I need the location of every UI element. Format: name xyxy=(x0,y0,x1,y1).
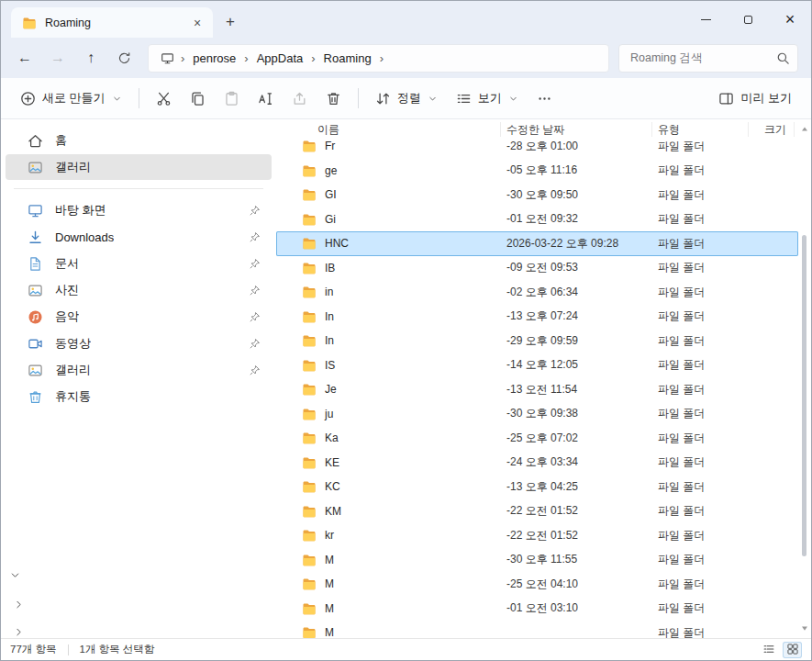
folder-icon xyxy=(302,236,317,251)
file-row[interactable]: M파일 폴더 xyxy=(276,621,798,638)
sidebar-item-recycle-bin[interactable]: 휴지통 xyxy=(6,384,272,409)
tab-title: Roaming xyxy=(45,17,181,29)
column-header-modified[interactable]: 수정한 날짜 xyxy=(501,122,652,137)
file-row[interactable]: KC-13 오후 04:25파일 폴더 xyxy=(276,475,798,499)
file-row[interactable]: Fr-28 오후 01:00파일 폴더 xyxy=(276,140,798,159)
column-header-size[interactable]: 크기 xyxy=(749,122,795,137)
breadcrumb-item-appdata[interactable]: AppData xyxy=(250,49,311,68)
scroll-down-icon[interactable] xyxy=(799,622,810,633)
pin-icon xyxy=(249,364,261,376)
sidebar-item-home[interactable]: 홈 xyxy=(6,128,272,153)
file-modified-date: -22 오전 01:52 xyxy=(501,528,652,543)
file-row[interactable]: KE-24 오후 03:34파일 폴더 xyxy=(276,451,798,476)
file-name: Fr xyxy=(325,140,335,152)
sidebar: 홈갤러리바탕 화면Downloads문서사진음악동영상갤러리휴지통 xyxy=(1,119,276,638)
minimize-button[interactable] xyxy=(684,1,727,38)
file-row[interactable]: M-25 오전 04:10파일 폴더 xyxy=(276,572,798,597)
file-row[interactable]: IS-14 오후 12:05파일 폴더 xyxy=(276,353,798,378)
cut-button[interactable] xyxy=(148,83,180,114)
file-row[interactable]: KM-22 오전 01:52파일 폴더 xyxy=(276,499,798,524)
file-row[interactable]: M-01 오전 03:10파일 폴더 xyxy=(276,597,798,622)
refresh-button[interactable] xyxy=(107,42,140,73)
video-icon xyxy=(28,336,43,352)
file-row[interactable]: ju-30 오후 09:38파일 폴더 xyxy=(276,402,798,427)
file-row[interactable]: In-13 오후 07:24파일 폴더 xyxy=(276,305,798,330)
back-button[interactable]: ← xyxy=(8,42,41,73)
sidebar-item-music[interactable]: 음악 xyxy=(6,304,272,330)
copy-button[interactable] xyxy=(182,83,214,114)
paste-button[interactable] xyxy=(216,83,248,114)
tab-roaming[interactable]: Roaming × xyxy=(11,7,213,38)
new-tab-button[interactable]: + xyxy=(217,8,244,36)
folder-icon xyxy=(302,309,317,324)
details-view-button[interactable] xyxy=(759,642,778,658)
column-header-type[interactable]: 유형 xyxy=(652,122,749,137)
large-icons-view-button[interactable] xyxy=(783,642,802,658)
command-toolbar: 새로 만들기 정렬 보기 미리 보기 xyxy=(1,78,811,119)
large-icons-view-icon xyxy=(786,643,799,657)
file-modified-date: -30 오후 09:50 xyxy=(501,187,652,203)
scrollbar-thumb[interactable] xyxy=(802,235,806,556)
more-options-button[interactable] xyxy=(528,83,561,114)
view-button[interactable]: 보기 xyxy=(448,83,527,114)
file-type: 파일 폴더 xyxy=(652,187,749,203)
file-modified-date: -22 오전 01:52 xyxy=(501,503,652,519)
sidebar-item-pictures[interactable]: 사진 xyxy=(6,277,272,303)
forward-button[interactable]: → xyxy=(41,42,74,73)
file-row[interactable]: HNC2026-03-22 오후 09:28파일 폴더 xyxy=(276,231,798,256)
file-name-cell: IS xyxy=(276,358,501,373)
file-modified-date: -02 오후 06:34 xyxy=(501,285,652,300)
file-row[interactable]: GI-30 오후 09:50파일 폴더 xyxy=(276,183,798,207)
file-row[interactable]: ge-05 오후 11:16파일 폴더 xyxy=(276,159,798,184)
music-icon xyxy=(28,309,43,325)
tree-collapse-chevron-icon[interactable] xyxy=(13,599,26,611)
breadcrumb-chevron: › xyxy=(379,51,384,65)
close-button[interactable]: × xyxy=(769,1,811,38)
file-name-cell: KE xyxy=(276,455,501,470)
vertical-scrollbar[interactable] xyxy=(799,121,810,636)
file-modified-date: -13 오전 11:54 xyxy=(501,382,652,398)
share-button[interactable] xyxy=(284,83,316,114)
new-button[interactable]: 새로 만들기 xyxy=(12,83,130,114)
file-row[interactable]: Ka-25 오후 07:02파일 폴더 xyxy=(276,426,798,451)
desktop-icon xyxy=(28,203,43,218)
sidebar-item-gallery[interactable]: 갤러리 xyxy=(6,154,272,180)
tree-collapse-chevron-icon[interactable] xyxy=(13,626,26,638)
preview-button[interactable]: 미리 보기 xyxy=(710,83,800,114)
picture-icon xyxy=(28,283,43,298)
file-row[interactable]: IB-09 오전 09:53파일 폴더 xyxy=(276,256,798,281)
up-button[interactable]: ↑ xyxy=(74,42,107,73)
sidebar-item-desktop[interactable]: 바탕 화면 xyxy=(6,197,272,223)
breadcrumb-item-roaming[interactable]: Roaming xyxy=(317,49,379,68)
breadcrumb[interactable]: › penrose › AppData › Roaming › xyxy=(148,44,609,73)
sidebar-item-gallery-2[interactable]: 갤러리 xyxy=(6,357,272,383)
sidebar-item-downloads[interactable]: Downloads xyxy=(6,224,272,250)
search-input[interactable] xyxy=(618,44,798,73)
column-header-name[interactable]: 이름 xyxy=(276,122,501,137)
file-name: In xyxy=(325,334,334,347)
file-row[interactable]: kr-22 오전 01:52파일 폴더 xyxy=(276,523,798,548)
tab-close-icon[interactable]: × xyxy=(189,15,206,31)
file-row[interactable]: in-02 오후 06:34파일 폴더 xyxy=(276,280,798,305)
scroll-up-icon[interactable] xyxy=(799,124,810,135)
sidebar-item-videos[interactable]: 동영상 xyxy=(6,330,272,356)
file-name-cell: KC xyxy=(276,479,501,494)
folder-icon xyxy=(302,358,317,373)
rename-button[interactable] xyxy=(250,83,282,114)
file-type: 파일 폴더 xyxy=(652,333,749,349)
maximize-button[interactable] xyxy=(727,1,769,38)
file-row[interactable]: Je-13 오전 11:54파일 폴더 xyxy=(276,377,798,402)
sort-button[interactable]: 정렬 xyxy=(367,83,446,114)
sidebar-list: 홈갤러리바탕 화면Downloads문서사진음악동영상갤러리휴지통 xyxy=(1,128,276,409)
details-view-icon xyxy=(762,643,775,657)
tree-expand-chevron-icon[interactable] xyxy=(9,569,22,582)
file-row[interactable]: M-30 오후 11:55파일 폴더 xyxy=(276,548,798,573)
folder-icon xyxy=(302,382,317,397)
home-icon xyxy=(28,133,43,149)
file-name-cell: Gi xyxy=(276,212,501,227)
sidebar-item-documents[interactable]: 문서 xyxy=(6,251,272,276)
file-row[interactable]: In-29 오후 09:59파일 폴더 xyxy=(276,329,798,353)
file-row[interactable]: Gi-01 오전 09:32파일 폴더 xyxy=(276,207,798,232)
breadcrumb-item-penrose[interactable]: penrose xyxy=(185,49,243,68)
delete-button[interactable] xyxy=(317,83,350,114)
